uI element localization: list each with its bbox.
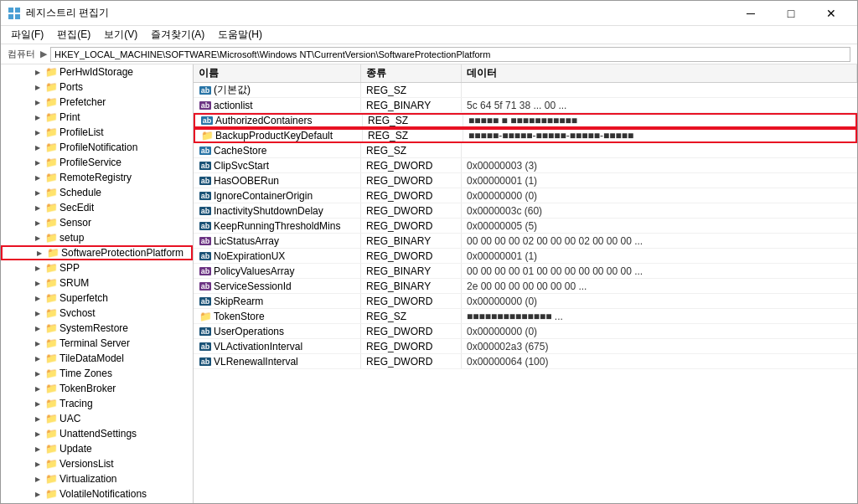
cell-name-text: PolicyValuesArray [214, 265, 294, 277]
sidebar-item-label: SystemRestore [58, 322, 128, 334]
expand-icon[interactable]: ▶ [31, 412, 44, 425]
expand-icon[interactable]: ▶ [31, 216, 44, 229]
cell-name: abactionlist [194, 98, 361, 112]
expand-icon[interactable]: ▶ [31, 397, 44, 410]
expand-icon[interactable]: ▶ [31, 80, 44, 94]
expand-icon[interactable]: ▶ [31, 156, 44, 169]
detail-row[interactable]: abAuthorizedContainersREG_SZ■■■■■ ■ ■■■■… [194, 113, 857, 128]
detail-row[interactable]: abPolicyValuesArrayREG_BINARY00 00 00 00… [194, 264, 857, 279]
detail-row[interactable]: abVLRenewalIntervalREG_DWORD0x00000064 (… [194, 354, 857, 369]
detail-row[interactable]: abClipSvcStartREG_DWORD0x00000003 (3) [194, 158, 857, 173]
detail-row[interactable]: abLicStatusArrayREG_BINARY00 00 00 00 02… [194, 234, 857, 249]
expand-icon[interactable]: ▶ [31, 111, 44, 124]
sidebar-item-UnattendSettings[interactable]: ▶📁UnattendSettings [1, 426, 193, 441]
sidebar-item-VersionsList[interactable]: ▶📁VersionsList [1, 456, 193, 471]
sidebar-item-label: SoftwareProtectionPlatform [59, 247, 183, 259]
sidebar-item-ProfileService[interactable]: ▶📁ProfileService [1, 155, 193, 170]
menu-view[interactable]: 보기(V) [97, 26, 144, 44]
minimize-button[interactable]: ─ [731, 1, 770, 26]
sidebar-item-setup[interactable]: ▶📁setup [1, 230, 193, 245]
detail-row[interactable]: abKeepRunningThresholdMinsREG_DWORD0x000… [194, 219, 857, 234]
expand-icon[interactable]: ▶ [31, 427, 44, 440]
sidebar-item-TileDataModel[interactable]: ▶📁TileDataModel [1, 351, 193, 366]
expand-icon[interactable]: ▶ [31, 65, 44, 79]
sidebar-item-SecEdit[interactable]: ▶📁SecEdit [1, 200, 193, 215]
detail-row[interactable]: abCacheStoreREG_SZ [194, 143, 857, 158]
sidebar-item-VolatileNotifications[interactable]: ▶📁VolatileNotifications [1, 486, 193, 501]
sidebar-item-TimeZones[interactable]: ▶📁Time Zones [1, 366, 193, 381]
folder-icon: 📁 [44, 352, 58, 365]
col-data: 데이터 [462, 64, 857, 82]
expand-icon[interactable]: ▶ [31, 276, 44, 290]
expand-icon[interactable]: ▶ [31, 95, 44, 109]
sidebar-item-Tracing[interactable]: ▶📁Tracing [1, 396, 193, 411]
sidebar-item-UAC[interactable]: ▶📁UAC [1, 411, 193, 426]
expand-icon[interactable]: ▶ [31, 306, 44, 320]
detail-row[interactable]: 📁TokenStoreREG_SZ■■■■■■■■■■■■■■ ... [194, 309, 857, 324]
detail-row[interactable]: 📁BackupProductKeyDefaultREG_SZ■■■■■-■■■■… [194, 128, 857, 143]
expand-icon[interactable]: ▶ [31, 472, 44, 486]
sidebar-item-Schedule[interactable]: ▶📁Schedule [1, 185, 193, 200]
expand-icon[interactable]: ▶ [31, 502, 44, 503]
sidebar-item-PerHwIdStorage[interactable]: ▶📁PerHwIdStorage [1, 64, 193, 80]
expand-icon[interactable]: ▶ [31, 457, 44, 471]
sidebar-item-TerminalServer[interactable]: ▶📁Terminal Server [1, 336, 193, 351]
folder-icon: 📁 [44, 321, 58, 335]
sidebar-item-SystemRestore[interactable]: ▶📁SystemRestore [1, 321, 193, 336]
detail-row[interactable]: abactionlistREG_BINARY5c 64 5f 71 38 ...… [194, 98, 857, 113]
menu-edit[interactable]: 편집(E) [50, 26, 97, 44]
expand-icon[interactable]: ▶ [31, 186, 44, 199]
sidebar-item-ProfileList[interactable]: ▶📁ProfileList [1, 125, 193, 140]
detail-row[interactable]: abVLActivationIntervalREG_DWORD0x000002a… [194, 339, 857, 354]
sidebar-item-label: TokenBroker [58, 383, 116, 394]
detail-row[interactable]: ab(기본값)REG_SZ [194, 83, 857, 98]
expand-icon[interactable]: ▶ [31, 231, 44, 244]
close-button[interactable]: ✕ [812, 1, 850, 26]
sidebar-item-TokenBroker[interactable]: ▶📁TokenBroker [1, 381, 193, 396]
detail-row[interactable]: abServiceSessionIdREG_BINARY2e 00 00 00 … [194, 279, 857, 294]
folder-icon: 📁 [44, 457, 58, 471]
menu-favorites[interactable]: 즐겨찾기(A) [144, 26, 211, 44]
expand-icon[interactable]: ▶ [31, 442, 44, 455]
menu-file[interactable]: 파일(F) [4, 26, 50, 44]
expand-icon[interactable]: ▶ [31, 487, 44, 501]
expand-icon[interactable]: ▶ [31, 291, 44, 305]
address-input[interactable] [50, 47, 850, 62]
sidebar-item-Virtualization[interactable]: ▶📁Virtualization [1, 471, 193, 486]
expand-icon[interactable]: ▶ [31, 141, 44, 154]
expand-icon[interactable]: ▶ [31, 261, 44, 275]
sidebar-item-ProfileNotification[interactable]: ▶📁ProfileNotification [1, 140, 193, 155]
expand-icon[interactable]: ▶ [31, 126, 44, 139]
folder-icon: 📁 [44, 367, 58, 380]
maximize-button[interactable]: □ [772, 1, 810, 26]
detail-row[interactable]: abSkipRearmREG_DWORD0x00000000 (0) [194, 294, 857, 309]
expand-icon[interactable]: ▶ [31, 367, 44, 380]
sidebar-item-SRUM[interactable]: ▶📁SRUM [1, 275, 193, 291]
sidebar-item-Update[interactable]: ▶📁Update [1, 441, 193, 456]
expand-icon[interactable]: ▶ [31, 321, 44, 335]
sidebar-item-WbemPerf[interactable]: ▶📁WbemPerf [1, 501, 193, 503]
sidebar-item-SoftwareProtectionPlatform[interactable]: ▶📁SoftwareProtectionPlatform [1, 245, 193, 260]
detail-row[interactable]: abNoExpirationUXREG_DWORD0x00000001 (1) [194, 249, 857, 264]
sidebar-item-Superfetch[interactable]: ▶📁Superfetch [1, 291, 193, 306]
sidebar-item-RemoteRegistry[interactable]: ▶📁RemoteRegistry [1, 170, 193, 185]
sidebar-item-Ports[interactable]: ▶📁Ports [1, 80, 193, 95]
detail-row[interactable]: abInactivityShutdownDelayREG_DWORD0x0000… [194, 203, 857, 219]
sidebar-item-SPP[interactable]: ▶📁SPP [1, 260, 193, 275]
detail-row[interactable]: abIgnoreContainerOriginREG_DWORD0x000000… [194, 188, 857, 203]
detail-row[interactable]: abHasOOBERunREG_DWORD0x00000001 (1) [194, 173, 857, 188]
expand-icon[interactable]: ▶ [31, 337, 44, 350]
menu-help[interactable]: 도움말(H) [211, 26, 269, 44]
expand-icon[interactable]: ▶ [31, 382, 44, 395]
sidebar-item-Prefetcher[interactable]: ▶📁Prefetcher [1, 95, 193, 110]
expand-icon[interactable]: ▶ [33, 246, 46, 260]
reg-type-icon: ab [199, 144, 212, 157]
expand-icon[interactable]: ▶ [31, 171, 44, 184]
sidebar-item-Svchost[interactable]: ▶📁Svchost [1, 306, 193, 321]
address-separator: ▶ [40, 49, 47, 59]
expand-icon[interactable]: ▶ [31, 352, 44, 365]
expand-icon[interactable]: ▶ [31, 201, 44, 214]
detail-row[interactable]: abUserOperationsREG_DWORD0x00000000 (0) [194, 324, 857, 339]
sidebar-item-Print[interactable]: ▶📁Print [1, 110, 193, 125]
sidebar-item-Sensor[interactable]: ▶📁Sensor [1, 215, 193, 230]
